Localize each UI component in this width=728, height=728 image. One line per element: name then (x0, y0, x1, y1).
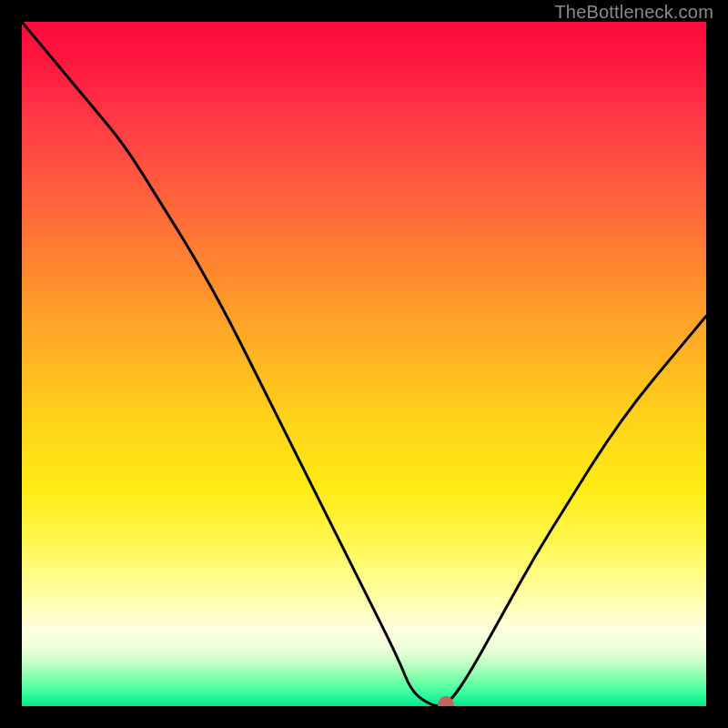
watermark-text: TheBottleneck.com (554, 2, 713, 23)
plot-area (22, 22, 706, 706)
bottleneck-curve (22, 22, 706, 706)
chart-frame: TheBottleneck.com (0, 0, 728, 728)
